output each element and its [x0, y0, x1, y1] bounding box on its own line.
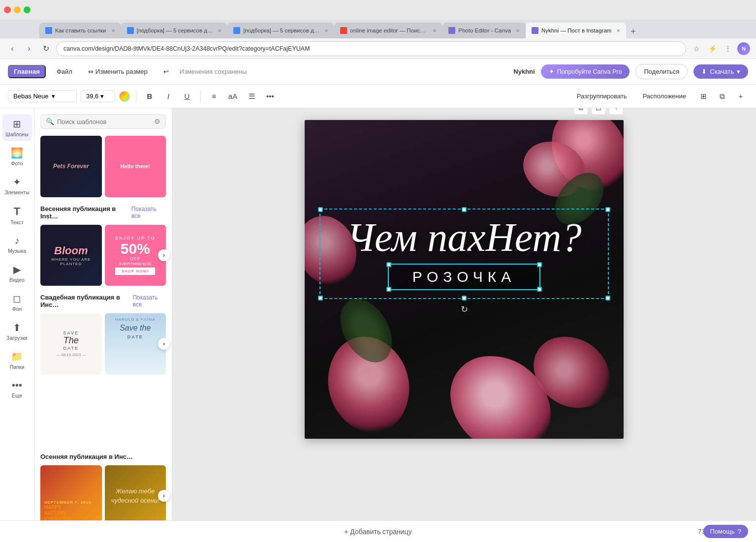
tab-3[interactable]: [подборка] — 5 сервисов д… ✕ [227, 23, 334, 38]
autumn-template-2[interactable]: Желаю тебечудесной осени! [105, 465, 166, 520]
font-size-selector[interactable]: 39,6 ▾ [81, 90, 115, 102]
search-box[interactable]: 🔍 ⚙ [40, 114, 166, 129]
tab-close-6[interactable]: ✕ [616, 28, 620, 33]
underline-button[interactable]: U [180, 89, 194, 104]
case-button[interactable]: aA [225, 89, 240, 104]
handle-bm[interactable] [462, 296, 467, 301]
canvas-copy-button[interactable]: ⧉ [573, 108, 588, 115]
text-color-picker[interactable] [119, 91, 130, 102]
spring-template-2[interactable]: ENJOY UP TO 50% OFF EVERYTHING ELSE SHOP… [105, 225, 166, 286]
tab-close-3[interactable]: ✕ [324, 28, 328, 33]
sidebar-item-music[interactable]: ♪ Музыка [2, 231, 32, 258]
help-button[interactable]: Помощь ? [703, 525, 748, 538]
selection-box[interactable]: Чем пахНет? РОЗОЧКА [319, 209, 609, 299]
spring-template-1[interactable]: Bloom WHERE YOU ARE PLANTED [40, 225, 102, 286]
handle-bl[interactable] [318, 296, 323, 301]
tab-1[interactable]: Как ставить ссылки ✕ [39, 23, 121, 38]
canvas-add-button[interactable]: + [609, 108, 624, 115]
filter-icon[interactable]: ⚙ [154, 118, 160, 125]
tab-close-2[interactable]: ✕ [218, 28, 221, 33]
list-button[interactable]: ☰ [244, 89, 259, 104]
sub-handle-br[interactable] [537, 287, 542, 292]
sidebar-item-background[interactable]: ◻ Фон [2, 289, 32, 316]
back-button[interactable]: ‹ [6, 42, 19, 55]
italic-button[interactable]: I [161, 89, 176, 104]
tab-close-1[interactable]: ✕ [111, 28, 115, 33]
undo-button[interactable]: ↩ [158, 65, 174, 78]
sub-handle-tl[interactable] [386, 262, 391, 267]
file-label: Файл [57, 68, 72, 75]
sidebar-item-uploads[interactable]: ⬆ Загрузки [2, 318, 32, 345]
download-button[interactable]: ⬇ Скачать ▾ [693, 64, 748, 79]
font-selector[interactable]: Bebas Neue ▾ [8, 90, 77, 102]
more-options-button[interactable]: ••• [263, 89, 278, 104]
copy-button[interactable]: ⧉ [715, 89, 729, 104]
toolbar-divider-1 [136, 90, 136, 102]
sidebar-video-label: Видео [9, 277, 25, 283]
sub-text-box[interactable]: РОЗОЧКА [388, 264, 541, 290]
wedding-scroll-arrow[interactable]: › [158, 338, 170, 350]
resize-button[interactable]: ⇔ Изменить размер [83, 65, 153, 78]
tab-5[interactable]: Photo Editor - Canva ✕ [442, 23, 526, 38]
spring-scroll-arrow[interactable]: › [158, 249, 170, 261]
add-element-button[interactable]: + [733, 89, 748, 104]
align-button[interactable]: ≡ [207, 89, 221, 104]
sub-handle-bl[interactable] [386, 287, 391, 292]
sidebar-item-video[interactable]: ▶ Видео [2, 260, 32, 287]
handle-tm[interactable] [462, 207, 467, 212]
settings-icon[interactable]: ⋮ [722, 42, 734, 55]
featured-template-1[interactable]: Pets Forever [40, 136, 102, 197]
featured-template-2[interactable]: Hello there! [105, 136, 166, 197]
sidebar-item-photos[interactable]: 🌅 Фото [2, 143, 32, 170]
handle-tl[interactable] [318, 207, 323, 212]
profile-avatar[interactable]: N [737, 42, 750, 55]
maximize-window-button[interactable] [24, 6, 31, 13]
grid-view-button[interactable]: ⊞ [696, 89, 711, 104]
tab-4[interactable]: online image editor — Поиск в… ✕ [334, 23, 442, 38]
canvas-sub-text[interactable]: РОЗОЧКА [412, 269, 516, 285]
sidebar-item-folders[interactable]: 📁 Папки [2, 347, 32, 374]
sub-handle-tr[interactable] [537, 262, 542, 267]
rotate-icon[interactable]: ↻ [461, 304, 468, 314]
close-window-button[interactable] [4, 6, 11, 13]
tab-2[interactable]: [подборка] — 5 сервисов д… ✕ [121, 23, 228, 38]
share-button[interactable]: Поделиться [635, 64, 688, 79]
forward-button[interactable]: › [23, 42, 35, 55]
sidebar-item-text[interactable]: T Текст [2, 201, 32, 229]
add-page-button[interactable]: + Добавить страницу [336, 524, 419, 540]
spring-show-all-link[interactable]: Показать все [131, 206, 166, 219]
canvas-frame[interactable]: Чем пахНет? РОЗОЧКА [305, 120, 624, 439]
sidebar-item-elements[interactable]: ✦ Элементы [2, 172, 32, 199]
autumn-scroll-arrow[interactable]: › [158, 490, 170, 502]
wedding-template-1[interactable]: SAVE The DATE — 08.19.2023 — [40, 313, 102, 375]
extensions-icon[interactable]: ⚡ [706, 42, 719, 55]
home-button[interactable]: Главная [8, 65, 46, 78]
refresh-button[interactable]: ↻ [39, 42, 52, 55]
bookmark-icon[interactable]: ☆ [690, 42, 703, 55]
tab-label-5: Photo Editor - Canva [458, 28, 511, 33]
tab-close-5[interactable]: ✕ [516, 28, 520, 33]
search-input[interactable] [57, 118, 151, 125]
canvas-main-text[interactable]: Чем пахНет? [324, 217, 604, 258]
rotate-handle[interactable]: ↻ [319, 304, 609, 315]
canva-pro-button[interactable]: ✦ Попробуйте Canva Pro [541, 64, 630, 79]
canvas-area[interactable]: ⧉ ⊡ + [172, 108, 756, 520]
minimize-window-button[interactable] [14, 6, 21, 13]
url-box[interactable]: canva.com/design/DAD8-IltMVk/DE4-88CnUj3… [56, 41, 686, 56]
sidebar-item-templates[interactable]: ⊞ Шаблоны [2, 114, 32, 141]
wedding-show-all-link[interactable]: Показать все [132, 294, 166, 308]
file-button[interactable]: Файл [52, 65, 77, 78]
handle-tr[interactable] [605, 207, 610, 212]
wedding-template-2[interactable]: HAROLD & FIONA Save the DATE [105, 313, 166, 375]
tab-6[interactable]: Nykhni — Пост в Instagram ✕ [526, 23, 626, 38]
sidebar-item-more[interactable]: ••• Еще [2, 376, 32, 402]
new-tab-button[interactable]: + [626, 25, 640, 38]
arrange-button[interactable]: Расположение [637, 90, 692, 102]
bold-button[interactable]: B [142, 89, 157, 104]
sub-text-container[interactable]: РОЗОЧКА [324, 264, 604, 290]
autumn-template-1[interactable]: SEPTEMBER 7, 2019 HAPPY AUTUMN, EVERYONE… [40, 465, 102, 520]
handle-br[interactable] [605, 296, 610, 301]
canvas-duplicate-button[interactable]: ⊡ [591, 108, 606, 115]
tab-close-4[interactable]: ✕ [433, 28, 437, 33]
ungroup-button[interactable]: Разгруппировать [571, 90, 633, 102]
